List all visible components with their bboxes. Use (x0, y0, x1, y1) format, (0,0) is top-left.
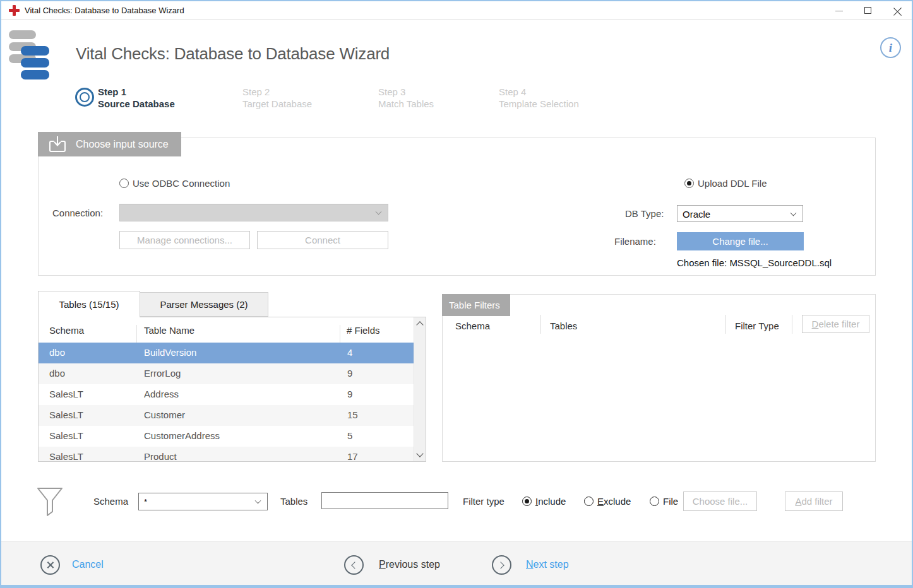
include-radio-label: Include (535, 496, 566, 507)
step1-circle-icon (75, 88, 94, 107)
step-2: Step 2 Target Database (242, 86, 312, 110)
window-border-bottom (0, 585, 913, 588)
step-2-number: Step 2 (242, 86, 312, 98)
app-cross-icon (9, 5, 20, 16)
filter-schema-value: * (144, 497, 147, 507)
table-filters-section: Schema Tables Filter Type Delete filter (442, 294, 876, 462)
logo-pill-blue (21, 58, 49, 68)
db-type-value: Oracle (683, 208, 710, 219)
logo-pill-blue (21, 70, 49, 79)
filter-type-label: Filter type (463, 496, 504, 507)
connect-button[interactable]: Connect (257, 231, 388, 249)
include-radio[interactable] (522, 497, 532, 506)
download-icon (48, 136, 67, 153)
filter-funnel-icon (37, 487, 63, 519)
title-bar: Vital Checks: Database to Database Wizar… (1, 1, 912, 20)
close-icon (893, 6, 902, 15)
window-border-top (0, 0, 913, 1)
maximize-icon (864, 7, 871, 14)
logo-pill-blue (21, 46, 49, 56)
filters-column-tables: Tables (550, 320, 577, 331)
step-3-label: Match Tables (378, 98, 434, 110)
app-window: Vital Checks: Database to Database Wizar… (0, 0, 913, 588)
odbc-radio[interactable] (119, 179, 129, 188)
tables-scrollbar[interactable] (414, 317, 426, 461)
tables-header: Schema Table Name # Fields (39, 317, 426, 343)
change-file-button[interactable]: Change file... (677, 232, 804, 250)
table-filters-badge-label: Table Filters (449, 300, 500, 310)
tables-list: Schema Table Name # Fields dboBuildVersi… (38, 317, 426, 462)
exclude-radio-label: Exclude (597, 496, 631, 507)
filter-tables-input[interactable] (321, 492, 448, 509)
filter-schema-dropdown[interactable]: * (138, 493, 268, 510)
file-radio-label: File (663, 496, 678, 507)
tables-rows: dboBuildVersion4dboErrorLog9SalesLTAddre… (39, 343, 414, 462)
upload-ddl-radio[interactable] (684, 179, 694, 188)
step-3: Step 3 Match Tables (378, 86, 434, 110)
scroll-down-icon[interactable] (416, 450, 423, 457)
maximize-button[interactable] (854, 1, 883, 20)
step-4: Step 4 Template Selection (499, 86, 579, 110)
filters-column-schema: Schema (455, 320, 490, 331)
table-row[interactable]: SalesLTCustomer15 (39, 405, 414, 426)
filters-column-filter-type: Filter Type (735, 320, 779, 331)
cancel-button[interactable]: Cancel (72, 559, 104, 570)
tab-parser-messages[interactable]: Parser Messages (2) (140, 292, 268, 317)
step-1-number: Step 1 (98, 86, 175, 98)
cancel-icon[interactable] (40, 555, 60, 575)
step-4-label: Template Selection (499, 98, 579, 110)
input-source-badge: Choose input source (38, 132, 181, 156)
step-2-label: Target Database (242, 98, 312, 110)
info-icon[interactable]: i (880, 37, 901, 58)
choose-file-button[interactable]: Choose file... (683, 491, 757, 511)
step-1: Step 1 Source Database (98, 86, 175, 110)
next-step-icon[interactable] (492, 555, 511, 575)
exclude-radio[interactable] (584, 497, 594, 506)
logo-pill-gray (9, 30, 36, 39)
filename-label: Filename: (614, 236, 656, 247)
tab-tables[interactable]: Tables (15/15) (38, 291, 140, 317)
minimize-button[interactable] (825, 1, 854, 20)
column-fields: # Fields (347, 325, 380, 336)
table-filters-badge: Table Filters (442, 294, 510, 316)
previous-step-icon[interactable] (344, 555, 364, 575)
connection-label: Connection: (52, 208, 103, 218)
page-title: Vital Checks: Database to Database Wizar… (76, 44, 390, 64)
table-row[interactable]: dboBuildVersion4 (39, 343, 414, 363)
upload-ddl-radio-label: Upload DDL File (698, 178, 767, 189)
column-schema: Schema (49, 325, 84, 336)
step-4-number: Step 4 (499, 86, 579, 98)
footer-bar: Cancel Previous step Next step (1, 541, 912, 585)
filter-tables-label: Tables (280, 496, 307, 507)
filter-schema-label: Schema (93, 496, 128, 507)
add-filter-button[interactable]: Add filter (785, 491, 843, 511)
window-border-left (0, 0, 1, 588)
table-row[interactable]: SalesLTProduct17 (39, 447, 414, 462)
odbc-radio-label: Use ODBC Connection (133, 178, 230, 189)
manage-connections-button[interactable]: Manage connections... (119, 231, 250, 249)
connection-dropdown[interactable] (119, 204, 388, 221)
step-1-label: Source Database (98, 98, 175, 110)
db-type-dropdown[interactable]: Oracle (677, 205, 803, 222)
file-radio[interactable] (650, 497, 659, 506)
column-table-name: Table Name (144, 325, 194, 336)
next-step-button[interactable]: Next step (526, 559, 569, 570)
delete-filter-button[interactable]: Delete filter (802, 315, 869, 333)
db-type-label: DB Type: (625, 208, 664, 219)
chevron-down-icon (376, 209, 382, 215)
input-source-badge-label: Choose input source (76, 139, 169, 150)
window-title: Vital Checks: Database to Database Wizar… (25, 1, 184, 20)
table-row[interactable]: dboErrorLog9 (39, 363, 414, 384)
minimize-icon (835, 11, 843, 11)
chosen-file-text: Chosen file: MSSQL_SourceDDL.sql (677, 257, 832, 268)
table-row[interactable]: SalesLTAddress9 (39, 384, 414, 405)
scroll-up-icon[interactable] (416, 321, 423, 328)
table-row[interactable]: SalesLTCustomerAddress5 (39, 426, 414, 447)
previous-step-button[interactable]: Previous step (379, 559, 440, 570)
chevron-down-icon (791, 209, 797, 216)
close-button[interactable] (883, 1, 912, 20)
step-3-number: Step 3 (378, 86, 434, 98)
chevron-down-icon (255, 498, 261, 504)
